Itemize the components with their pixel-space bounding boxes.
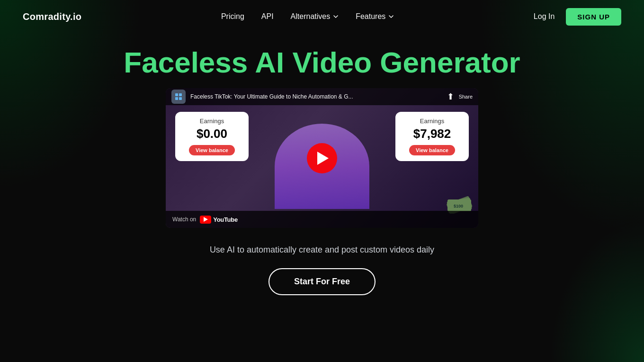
chevron-down-icon	[333, 14, 339, 19]
brand-logo[interactable]: Comradity.io	[23, 11, 81, 22]
view-balance-button-2[interactable]: View balance	[409, 145, 455, 155]
video-title: Faceless TikTok: Your Ultimate Guide to …	[190, 93, 442, 100]
youtube-logo: YouTube	[200, 216, 238, 224]
login-button[interactable]: Log In	[534, 12, 555, 21]
video-play-button[interactable]	[307, 143, 337, 173]
nav-links: Pricing API Alternatives Features	[221, 12, 394, 21]
video-thumbnail: Faceless TikTok: Your Ultimate Guide to …	[166, 88, 478, 228]
svg-rect-2	[175, 97, 178, 100]
nav-link-api[interactable]: API	[261, 12, 274, 21]
nav-actions: Log In SIGN UP	[534, 8, 621, 26]
svg-rect-3	[179, 97, 182, 100]
youtube-wordmark: YouTube	[213, 216, 238, 223]
nav-link-alternatives[interactable]: Alternatives	[291, 12, 339, 21]
video-header-bar: Faceless TikTok: Your Ultimate Guide to …	[166, 88, 478, 105]
earnings-amount-2: $7,982	[404, 127, 460, 141]
share-label: Share	[459, 94, 473, 100]
nav-link-pricing[interactable]: Pricing	[221, 12, 244, 21]
signup-button[interactable]: SIGN UP	[566, 8, 621, 26]
earnings-amount-1: $0.00	[184, 127, 240, 141]
earnings-card-before: Earnings $0.00 View balance	[175, 112, 249, 161]
hero-section: Faceless AI Video Generator Faceless Tik…	[0, 33, 644, 295]
play-triangle-icon	[317, 152, 329, 165]
svg-rect-1	[179, 93, 182, 96]
view-balance-button-1[interactable]: View balance	[189, 145, 235, 155]
svg-rect-0	[175, 93, 178, 96]
share-icon: ⬆	[447, 91, 454, 102]
cta-button[interactable]: Start For Free	[268, 268, 376, 295]
youtube-icon	[200, 216, 211, 224]
earnings-card-after: Earnings $7,982 View balance	[395, 112, 469, 161]
channel-icon	[171, 90, 186, 104]
earnings-label-2: Earnings	[404, 118, 460, 125]
navigation: Comradity.io Pricing API Alternatives Fe…	[0, 0, 644, 33]
earnings-label-1: Earnings	[184, 118, 240, 125]
watch-on-text: Watch on	[172, 216, 196, 223]
nav-link-features[interactable]: Features	[356, 12, 394, 21]
svg-text:$100: $100	[454, 204, 463, 208]
chevron-down-icon-2	[388, 14, 394, 19]
money-decoration: $100	[445, 190, 474, 214]
youtube-play-icon	[204, 217, 208, 222]
hero-subtitle: Use AI to automatically create and post …	[210, 245, 434, 255]
video-embed[interactable]: Faceless TikTok: Your Ultimate Guide to …	[166, 88, 478, 228]
video-footer-bar: Watch on YouTube	[166, 211, 478, 228]
hero-headline: Faceless AI Video Generator	[124, 46, 520, 79]
